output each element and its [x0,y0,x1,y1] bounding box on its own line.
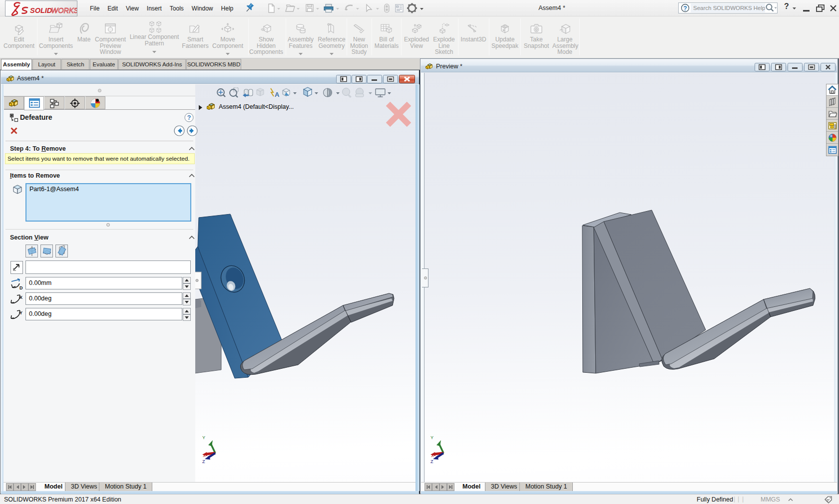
svg-text:Y: Y [430,435,433,440]
svg-text:WORKS: WORKS [51,6,77,14]
svg-text:?: ? [187,114,191,121]
svg-text:Z: Z [202,459,205,464]
svg-text:X: X [431,453,434,458]
svg-text:Y: Y [19,310,22,315]
svg-text:D: D [19,285,23,290]
svg-text:?: ? [683,5,687,12]
svg-text:X: X [19,295,22,300]
svg-text:X: X [203,453,206,458]
svg-text:SOLID: SOLID [30,6,52,14]
svg-text:Z: Z [430,459,433,464]
svg-text:Y: Y [202,435,205,440]
